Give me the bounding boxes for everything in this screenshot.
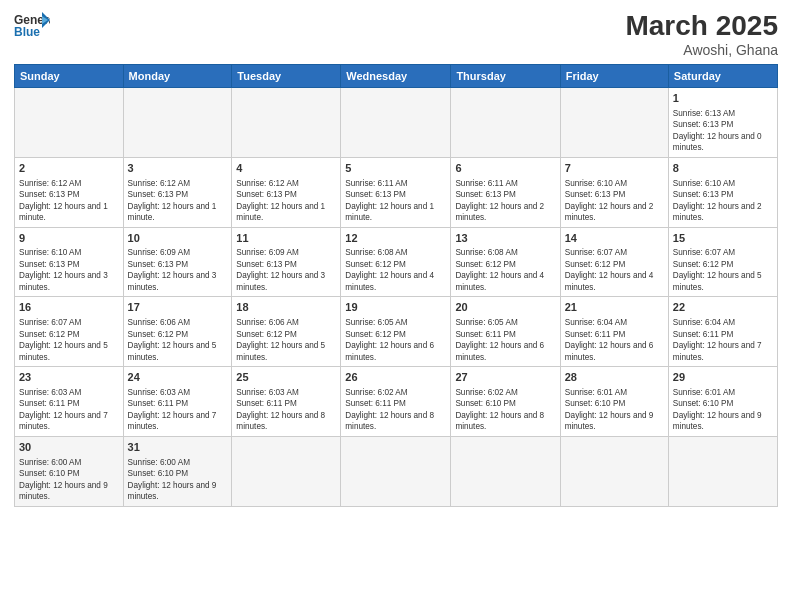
day-info: Sunrise: 6:13 AMSunset: 6:13 PMDaylight:… [673, 108, 773, 154]
calendar-cell: 17Sunrise: 6:06 AMSunset: 6:12 PMDayligh… [123, 297, 232, 367]
day-number: 4 [236, 161, 336, 176]
generalblue-logo-icon: General Blue [14, 10, 50, 38]
weekday-header-sunday: Sunday [15, 65, 124, 88]
day-info: Sunrise: 6:05 AMSunset: 6:11 PMDaylight:… [455, 317, 555, 363]
day-info: Sunrise: 6:04 AMSunset: 6:11 PMDaylight:… [565, 317, 664, 363]
day-info: Sunrise: 6:07 AMSunset: 6:12 PMDaylight:… [565, 247, 664, 293]
calendar-cell: 8Sunrise: 6:10 AMSunset: 6:13 PMDaylight… [668, 157, 777, 227]
day-info: Sunrise: 6:04 AMSunset: 6:11 PMDaylight:… [673, 317, 773, 363]
day-number: 15 [673, 231, 773, 246]
day-info: Sunrise: 6:01 AMSunset: 6:10 PMDaylight:… [565, 387, 664, 433]
day-info: Sunrise: 6:01 AMSunset: 6:10 PMDaylight:… [673, 387, 773, 433]
day-info: Sunrise: 6:11 AMSunset: 6:13 PMDaylight:… [455, 178, 555, 224]
calendar-cell [560, 436, 668, 506]
day-number: 28 [565, 370, 664, 385]
page: General Blue March 2025 Awoshi, Ghana Su… [0, 0, 792, 612]
day-info: Sunrise: 6:07 AMSunset: 6:12 PMDaylight:… [673, 247, 773, 293]
calendar-cell: 21Sunrise: 6:04 AMSunset: 6:11 PMDayligh… [560, 297, 668, 367]
calendar-cell [341, 436, 451, 506]
day-number: 24 [128, 370, 228, 385]
calendar-cell: 9Sunrise: 6:10 AMSunset: 6:13 PMDaylight… [15, 227, 124, 297]
day-number: 16 [19, 300, 119, 315]
day-info: Sunrise: 6:03 AMSunset: 6:11 PMDaylight:… [128, 387, 228, 433]
calendar-cell [232, 436, 341, 506]
day-number: 6 [455, 161, 555, 176]
day-number: 26 [345, 370, 446, 385]
day-number: 18 [236, 300, 336, 315]
title-block: March 2025 Awoshi, Ghana [625, 10, 778, 58]
calendar-cell [15, 88, 124, 158]
day-info: Sunrise: 6:09 AMSunset: 6:13 PMDaylight:… [236, 247, 336, 293]
month-title: March 2025 [625, 10, 778, 42]
location: Awoshi, Ghana [625, 42, 778, 58]
day-info: Sunrise: 6:06 AMSunset: 6:12 PMDaylight:… [128, 317, 228, 363]
header: General Blue March 2025 Awoshi, Ghana [14, 10, 778, 58]
day-number: 29 [673, 370, 773, 385]
day-number: 8 [673, 161, 773, 176]
day-info: Sunrise: 6:08 AMSunset: 6:12 PMDaylight:… [455, 247, 555, 293]
calendar-cell [451, 88, 560, 158]
calendar-cell: 23Sunrise: 6:03 AMSunset: 6:11 PMDayligh… [15, 367, 124, 437]
day-info: Sunrise: 6:12 AMSunset: 6:13 PMDaylight:… [128, 178, 228, 224]
calendar-cell: 22Sunrise: 6:04 AMSunset: 6:11 PMDayligh… [668, 297, 777, 367]
weekday-header-saturday: Saturday [668, 65, 777, 88]
calendar-cell [668, 436, 777, 506]
day-number: 11 [236, 231, 336, 246]
calendar-cell: 14Sunrise: 6:07 AMSunset: 6:12 PMDayligh… [560, 227, 668, 297]
day-info: Sunrise: 6:06 AMSunset: 6:12 PMDaylight:… [236, 317, 336, 363]
calendar-cell: 11Sunrise: 6:09 AMSunset: 6:13 PMDayligh… [232, 227, 341, 297]
calendar-cell: 2Sunrise: 6:12 AMSunset: 6:13 PMDaylight… [15, 157, 124, 227]
day-info: Sunrise: 6:10 AMSunset: 6:13 PMDaylight:… [673, 178, 773, 224]
day-info: Sunrise: 6:02 AMSunset: 6:11 PMDaylight:… [345, 387, 446, 433]
calendar-cell: 1Sunrise: 6:13 AMSunset: 6:13 PMDaylight… [668, 88, 777, 158]
calendar-cell [341, 88, 451, 158]
day-info: Sunrise: 6:12 AMSunset: 6:13 PMDaylight:… [236, 178, 336, 224]
day-info: Sunrise: 6:12 AMSunset: 6:13 PMDaylight:… [19, 178, 119, 224]
calendar-cell: 29Sunrise: 6:01 AMSunset: 6:10 PMDayligh… [668, 367, 777, 437]
calendar-cell: 25Sunrise: 6:03 AMSunset: 6:11 PMDayligh… [232, 367, 341, 437]
calendar-table: SundayMondayTuesdayWednesdayThursdayFrid… [14, 64, 778, 507]
day-number: 14 [565, 231, 664, 246]
calendar-cell: 13Sunrise: 6:08 AMSunset: 6:12 PMDayligh… [451, 227, 560, 297]
calendar-cell: 18Sunrise: 6:06 AMSunset: 6:12 PMDayligh… [232, 297, 341, 367]
svg-text:Blue: Blue [14, 25, 40, 38]
logo: General Blue [14, 10, 50, 38]
calendar-cell [560, 88, 668, 158]
day-number: 30 [19, 440, 119, 455]
calendar-cell: 20Sunrise: 6:05 AMSunset: 6:11 PMDayligh… [451, 297, 560, 367]
day-number: 13 [455, 231, 555, 246]
calendar-cell: 30Sunrise: 6:00 AMSunset: 6:10 PMDayligh… [15, 436, 124, 506]
day-number: 3 [128, 161, 228, 176]
calendar-cell: 16Sunrise: 6:07 AMSunset: 6:12 PMDayligh… [15, 297, 124, 367]
day-number: 23 [19, 370, 119, 385]
day-number: 10 [128, 231, 228, 246]
day-info: Sunrise: 6:09 AMSunset: 6:13 PMDaylight:… [128, 247, 228, 293]
weekday-header-wednesday: Wednesday [341, 65, 451, 88]
weekday-header-monday: Monday [123, 65, 232, 88]
day-info: Sunrise: 6:11 AMSunset: 6:13 PMDaylight:… [345, 178, 446, 224]
day-number: 31 [128, 440, 228, 455]
calendar-cell: 28Sunrise: 6:01 AMSunset: 6:10 PMDayligh… [560, 367, 668, 437]
calendar-cell: 10Sunrise: 6:09 AMSunset: 6:13 PMDayligh… [123, 227, 232, 297]
day-number: 21 [565, 300, 664, 315]
day-info: Sunrise: 6:10 AMSunset: 6:13 PMDaylight:… [565, 178, 664, 224]
day-number: 2 [19, 161, 119, 176]
calendar-cell: 3Sunrise: 6:12 AMSunset: 6:13 PMDaylight… [123, 157, 232, 227]
day-info: Sunrise: 6:08 AMSunset: 6:12 PMDaylight:… [345, 247, 446, 293]
day-info: Sunrise: 6:07 AMSunset: 6:12 PMDaylight:… [19, 317, 119, 363]
day-info: Sunrise: 6:03 AMSunset: 6:11 PMDaylight:… [19, 387, 119, 433]
calendar-cell: 19Sunrise: 6:05 AMSunset: 6:12 PMDayligh… [341, 297, 451, 367]
day-info: Sunrise: 6:05 AMSunset: 6:12 PMDaylight:… [345, 317, 446, 363]
calendar-cell: 4Sunrise: 6:12 AMSunset: 6:13 PMDaylight… [232, 157, 341, 227]
day-info: Sunrise: 6:00 AMSunset: 6:10 PMDaylight:… [128, 457, 228, 503]
day-number: 27 [455, 370, 555, 385]
day-info: Sunrise: 6:03 AMSunset: 6:11 PMDaylight:… [236, 387, 336, 433]
day-number: 25 [236, 370, 336, 385]
day-number: 12 [345, 231, 446, 246]
day-info: Sunrise: 6:10 AMSunset: 6:13 PMDaylight:… [19, 247, 119, 293]
calendar-cell [123, 88, 232, 158]
calendar-cell: 24Sunrise: 6:03 AMSunset: 6:11 PMDayligh… [123, 367, 232, 437]
day-info: Sunrise: 6:00 AMSunset: 6:10 PMDaylight:… [19, 457, 119, 503]
calendar-cell: 6Sunrise: 6:11 AMSunset: 6:13 PMDaylight… [451, 157, 560, 227]
day-number: 7 [565, 161, 664, 176]
